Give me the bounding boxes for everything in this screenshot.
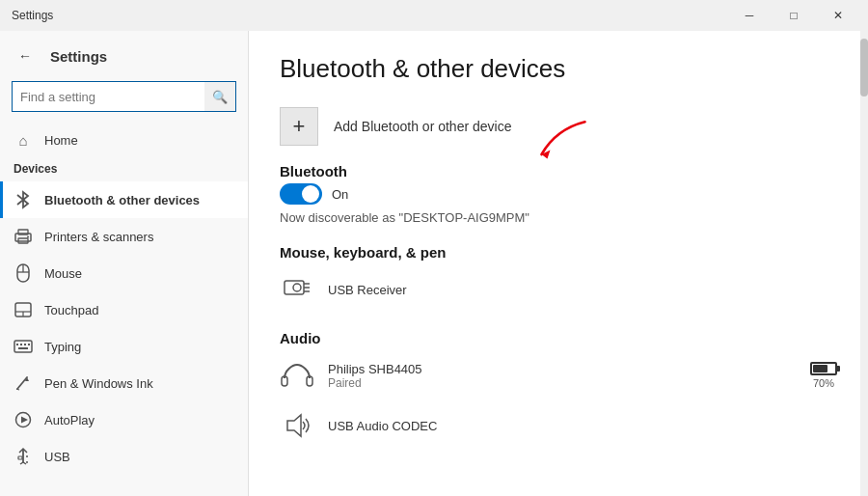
search-input[interactable] [13,90,204,104]
app-body: ← Settings 🔍 ⌂ Home Devices Bluetooth & … [0,31,868,496]
sidebar-item-label: USB [44,450,70,464]
svg-marker-35 [287,415,301,436]
usb-icon [14,447,33,466]
svg-rect-22 [18,456,22,459]
touchpad-icon [14,300,33,319]
device-item-usb-receiver[interactable]: USB Receiver [280,264,837,315]
home-icon: ⌂ [14,130,33,150]
close-button[interactable]: ✕ [816,0,860,31]
add-device-row: + Add Bluetooth or other device [280,107,837,146]
search-icon[interactable]: 🔍 [204,82,235,111]
svg-rect-15 [18,347,28,349]
typing-icon [14,337,33,356]
philips-status: Paired [328,376,797,390]
sidebar-item-printers[interactable]: Printers & scanners [0,218,248,255]
app-title: Settings [12,9,53,22]
svg-line-25 [20,462,23,464]
mouse-section-heading: Mouse, keyboard, & pen [280,244,837,261]
usb-receiver-icon [280,272,314,307]
svg-line-18 [16,389,19,390]
battery-fill [813,365,827,372]
toggle-thumb [302,185,319,203]
sidebar-item-usb[interactable]: USB [0,438,248,475]
sidebar-item-label: Printers & scanners [44,230,153,244]
sidebar-item-label: Typing [44,340,81,354]
sidebar-item-pen[interactable]: Pen & Windows Ink [0,365,248,401]
sidebar-item-label: Pen & Windows Ink [44,376,153,391]
sidebar-item-autoplay[interactable]: AutoPlay [0,401,248,438]
philips-info: Philips SHB4405 Paired [328,362,797,390]
svg-rect-14 [28,344,30,345]
bluetooth-toggle-row: On [280,183,837,205]
titlebar-controls: ─ □ ✕ [727,0,860,31]
sidebar-item-home[interactable]: ⌂ Home [0,122,248,158]
printer-icon [14,227,33,246]
sidebar-item-mouse[interactable]: Mouse [0,255,248,291]
speaker-icon [280,408,314,443]
scrollbar-track[interactable] [860,31,868,496]
svg-rect-13 [24,344,26,345]
minimize-button[interactable]: ─ [727,0,772,31]
mouse-icon [14,263,33,283]
sidebar-item-bluetooth[interactable]: Bluetooth & other devices [0,181,248,218]
svg-rect-12 [20,344,22,345]
philips-name: Philips SHB4405 [328,362,797,376]
svg-marker-20 [21,417,28,424]
sidebar-item-label: Touchpad [44,303,98,317]
sidebar-item-label: AutoPlay [44,413,95,427]
svg-marker-27 [542,151,551,159]
add-device-button[interactable]: + [280,107,318,146]
bluetooth-toggle[interactable] [280,183,322,205]
sidebar-top: ← Settings [0,31,248,77]
sidebar-title: Settings [50,48,107,65]
svg-line-16 [17,377,27,389]
usb-receiver-name: USB Receiver [328,283,837,297]
sidebar-item-label: Home [44,133,78,148]
bluetooth-icon [14,190,33,209]
audio-section: Audio Philips SHB4405 Paired [280,330,837,451]
svg-rect-11 [16,344,18,345]
svg-rect-10 [14,341,32,352]
main-content: Bluetooth & other devices + Add Bluetoot… [249,31,868,496]
sidebar-item-label: Mouse [44,266,82,281]
mouse-section: Mouse, keyboard, & pen USB Receiver [280,244,837,315]
maximize-button[interactable]: □ [772,0,816,31]
battery-icon [810,362,837,375]
page-title: Bluetooth & other devices [280,54,837,84]
usb-audio-name: USB Audio CODEC [328,419,837,433]
sidebar-item-label: Bluetooth & other devices [44,193,200,207]
usb-receiver-info: USB Receiver [328,283,837,297]
battery-percentage: 70% [813,377,834,389]
sidebar: ← Settings 🔍 ⌂ Home Devices Bluetooth & … [0,31,249,496]
device-item-philips[interactable]: Philips SHB4405 Paired 70% [280,350,837,400]
titlebar: Settings ─ □ ✕ [0,0,868,31]
svg-point-3 [27,236,29,238]
devices-section-label: Devices [0,158,248,181]
search-box[interactable]: 🔍 [12,81,236,112]
svg-point-29 [293,284,301,291]
svg-line-26 [23,462,26,464]
pen-icon [14,373,33,393]
bluetooth-section: Bluetooth On Now discoverable as "DESKTO… [280,163,837,225]
scrollbar-thumb[interactable] [860,39,868,96]
autoplay-icon [14,410,33,429]
headphone-icon [280,358,314,393]
add-device-label: Add Bluetooth or other device [334,119,511,134]
bluetooth-section-heading: Bluetooth [280,163,837,179]
sidebar-item-typing[interactable]: Typing [0,328,248,365]
sidebar-item-touchpad[interactable]: Touchpad [0,291,248,328]
philips-battery: 70% [810,362,837,389]
discoverable-text: Now discoverable as "DESKTOP-AIG9MPM" [280,210,837,225]
titlebar-left: Settings [12,9,53,22]
device-item-usb-audio[interactable]: USB Audio CODEC [280,400,837,451]
audio-section-heading: Audio [280,330,837,346]
bluetooth-toggle-label: On [332,187,348,202]
back-button[interactable]: ← [12,42,39,69]
usb-audio-info: USB Audio CODEC [328,419,837,433]
